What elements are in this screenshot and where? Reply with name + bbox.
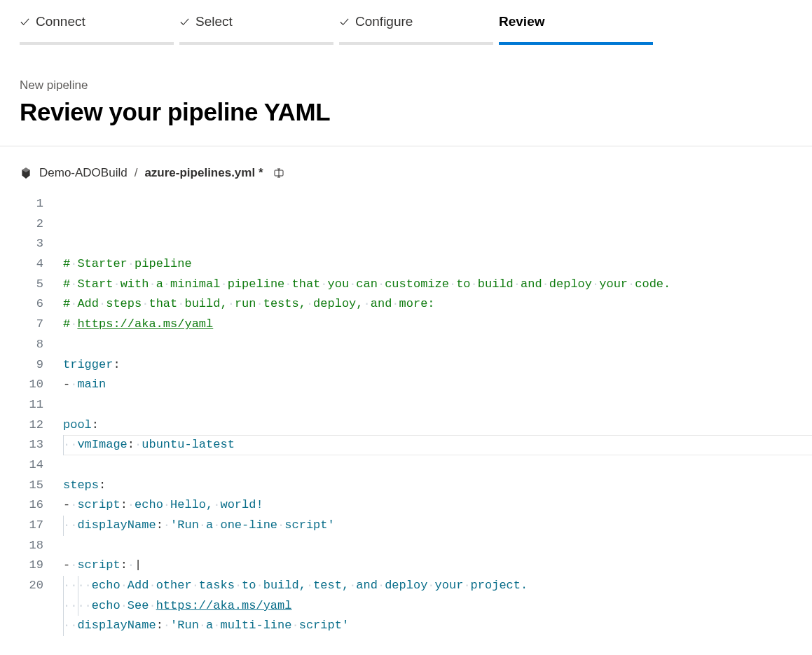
- line-number: 11: [0, 395, 43, 415]
- code-token: ·: [121, 599, 128, 612]
- step-configure[interactable]: Configure: [339, 14, 493, 45]
- code-token: build,: [263, 579, 306, 592]
- code-token: to: [456, 277, 470, 291]
- code-line[interactable]: #·Add·steps·that·build,·run·tests,·deplo…: [63, 294, 812, 315]
- line-number: 6: [0, 294, 43, 315]
- indent-guide: [78, 596, 78, 616]
- step-label: Review: [499, 14, 544, 29]
- code-token: ·: [213, 518, 220, 532]
- code-token: ·: [378, 277, 385, 291]
- code-line[interactable]: -·script:·echo·Hello,·world!: [63, 495, 812, 516]
- code-token: https://aka.ms/yaml: [156, 599, 292, 612]
- line-number: 5: [0, 275, 43, 295]
- code-token: that: [149, 297, 177, 310]
- code-line[interactable]: [63, 455, 812, 476]
- code-token: can: [356, 277, 378, 291]
- code-token: Starter: [77, 257, 127, 270]
- code-token: your: [435, 579, 464, 592]
- code-token: Add: [128, 579, 149, 592]
- code-token: ·: [199, 619, 206, 632]
- code-line[interactable]: ··displayName:·'Run·a·one-line·script': [63, 516, 812, 536]
- code-token: script: [77, 498, 120, 511]
- code-line[interactable]: ····echo·Add·other·tasks·to·build,·test,…: [63, 576, 812, 596]
- indent-guide: [63, 435, 64, 455]
- editor-code[interactable]: #·Starter·pipeline#·Start·with·a·minimal…: [63, 194, 812, 655]
- code-token: :: [156, 619, 163, 632]
- line-number: 19: [0, 556, 43, 576]
- code-token: ·: [99, 297, 106, 310]
- breadcrumb-separator: /: [135, 166, 138, 180]
- indent-guide: [63, 616, 64, 636]
- code-token: run: [235, 297, 256, 310]
- wizard-steps: Connect Select Configure Review: [0, 0, 812, 45]
- code-token: ··: [63, 438, 77, 451]
- code-token: ·: [213, 498, 220, 511]
- code-line[interactable]: ··vmImage:·ubuntu-latest: [63, 435, 812, 455]
- page-header: New pipeline Review your pipeline YAML: [0, 45, 812, 146]
- code-line[interactable]: -·script:·|: [63, 556, 812, 576]
- code-line[interactable]: [63, 536, 812, 556]
- step-label: Select: [195, 14, 233, 29]
- code-token: ·: [177, 297, 184, 310]
- code-line[interactable]: #·Starter·pipeline: [63, 254, 812, 275]
- code-token: ·: [463, 579, 470, 592]
- step-select[interactable]: Select: [179, 14, 333, 45]
- step-bar: [499, 42, 653, 45]
- code-token: ·: [128, 558, 135, 572]
- code-token: a: [206, 518, 213, 532]
- code-line[interactable]: #·https://aka.ms/yaml: [63, 315, 812, 335]
- code-token: you: [328, 277, 350, 291]
- code-token: :: [92, 418, 99, 432]
- code-token: ·: [628, 277, 635, 291]
- rename-icon[interactable]: [273, 167, 284, 179]
- step-review[interactable]: Review: [499, 14, 653, 45]
- code-token: code.: [635, 277, 670, 291]
- code-token: ·: [213, 619, 220, 632]
- code-token: ·: [70, 558, 77, 572]
- indent-guide: [63, 596, 64, 616]
- code-line[interactable]: trigger:: [63, 355, 812, 375]
- code-line[interactable]: [63, 395, 812, 415]
- code-token: ·: [149, 579, 156, 592]
- code-token: script': [299, 619, 349, 632]
- code-line[interactable]: ··displayName:·'Run·a·multi-line·script': [63, 616, 812, 636]
- line-number: 2: [0, 214, 43, 235]
- code-token: #: [63, 317, 70, 331]
- code-token: ·: [427, 579, 434, 592]
- code-line[interactable]: [63, 335, 812, 355]
- check-icon: [20, 17, 30, 27]
- code-line[interactable]: [63, 636, 812, 655]
- breadcrumb-file: azure-pipelines.yml *: [144, 166, 263, 180]
- code-token: customize: [385, 277, 449, 291]
- code-token: ·: [449, 277, 456, 291]
- code-token: ·: [306, 297, 313, 310]
- code-token: ·: [392, 297, 399, 310]
- code-token: ·: [349, 277, 356, 291]
- code-token: that: [292, 277, 321, 291]
- yaml-editor[interactable]: 1234567891011121314151617181920 #·Starte…: [0, 191, 812, 655]
- step-bar: [339, 42, 493, 45]
- line-number: 17: [0, 516, 43, 536]
- code-token: ·: [220, 277, 227, 291]
- code-token: Hello,: [170, 498, 213, 511]
- code-line[interactable]: ····echo·See·https://aka.ms/yaml: [63, 596, 812, 616]
- code-token: ·: [113, 277, 120, 291]
- page-subhead: New pipeline: [20, 78, 792, 92]
- code-token: ·: [192, 579, 199, 592]
- line-number: 16: [0, 495, 43, 516]
- code-line[interactable]: steps:: [63, 476, 812, 496]
- step-connect[interactable]: Connect: [20, 14, 174, 45]
- line-number: 20: [0, 576, 43, 596]
- code-token: steps: [63, 478, 99, 492]
- line-number: 8: [0, 335, 43, 355]
- code-line[interactable]: -·main: [63, 375, 812, 395]
- code-token: ·: [70, 378, 77, 391]
- code-token: build,: [184, 297, 227, 310]
- code-token: ·: [70, 277, 77, 291]
- code-token: more:: [399, 297, 435, 310]
- code-token: ·: [128, 257, 135, 270]
- code-line[interactable]: #·Start·with·a·minimal·pipeline·that·you…: [63, 275, 812, 295]
- code-token: ·: [149, 277, 156, 291]
- code-line[interactable]: pool:: [63, 415, 812, 436]
- breadcrumb-repo[interactable]: Demo-ADOBuild: [39, 166, 128, 180]
